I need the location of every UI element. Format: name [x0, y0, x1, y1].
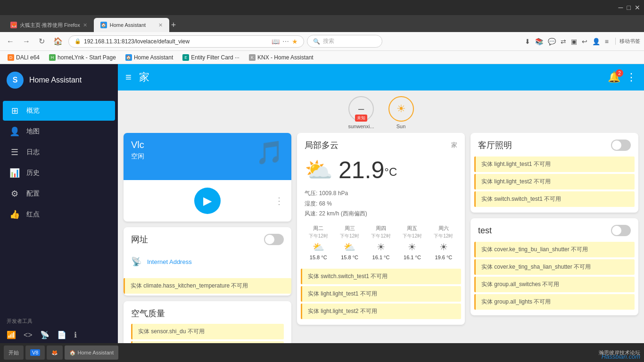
- sidebar-item-history[interactable]: 📊 历史: [3, 163, 115, 183]
- sidebar-item-overview[interactable]: ⊞ 概览: [3, 101, 115, 121]
- sidebar-history-label: 历史: [26, 169, 40, 177]
- forecast-day-3: 周五 下午12时 ☀ 16.1 °C: [398, 225, 426, 260]
- ha-topbar: ≡ 家 🔔 2 ⋮: [118, 64, 644, 90]
- address-bar[interactable]: 🔒 192.168.11.31:8123/lovelace/default_vi…: [68, 35, 304, 48]
- ha-content-scroll: Vlc 空闲 🎵 ▶ ⋮: [118, 133, 644, 343]
- vlc-controls: ▶ ⋮: [124, 180, 291, 222]
- devtool-code[interactable]: <>: [24, 331, 33, 339]
- menu-icon[interactable]: ≡: [605, 38, 609, 45]
- bookmark-dali[interactable]: D DALI e64: [4, 53, 43, 62]
- star-icon[interactable]: ★: [292, 38, 298, 45]
- lr-warning-2: 实体 switch.switch_test1 不可用: [474, 191, 635, 207]
- weather-card-body: 局部多云 家 ⛅ 21.9°C 气压:: [297, 133, 465, 267]
- weather-main-icon: ⛅: [305, 157, 333, 183]
- weather-main: ⛅ 21.9°C: [305, 156, 457, 184]
- forecast-4-day: 周六: [430, 225, 457, 232]
- sidebar-title: Home Assistant: [29, 76, 82, 84]
- forecast-0-time: 下午12时: [305, 233, 332, 239]
- bookmark-homelynk[interactable]: H homeLYnk - Start Page: [45, 53, 120, 62]
- win-close[interactable]: ✕: [635, 4, 640, 11]
- forward-button[interactable]: →: [20, 35, 33, 48]
- win-minimize[interactable]: ─: [619, 4, 623, 11]
- download-icon[interactable]: ⬇: [525, 38, 530, 45]
- ha-main-area: ≡ 家 🔔 2 ⋮ – 未知 sunwenxi... ☀: [118, 64, 644, 343]
- notification-button[interactable]: 🔔 2: [608, 71, 620, 83]
- bookmark-ha-favicon: 🏠: [125, 54, 132, 61]
- topbar-more-button[interactable]: ⋮: [626, 71, 636, 83]
- internet-address-link[interactable]: Internet Address: [147, 258, 192, 265]
- bookmark-ha[interactable]: 🏠 Home Assistant: [122, 53, 177, 62]
- tab-firefox[interactable]: 🦊 火狐主页·推荐使用 Firefox ✕: [4, 18, 94, 32]
- bookmark-star[interactable]: ⋯: [282, 38, 289, 45]
- win-maximize[interactable]: □: [627, 4, 631, 11]
- sidebar-item-config[interactable]: ⚙ 配置: [3, 184, 115, 204]
- sidebar-item-log[interactable]: ☰ 日志: [3, 142, 115, 162]
- tab-add-button[interactable]: +: [171, 20, 176, 30]
- tab-firefox-label: 火狐主页·推荐使用 Firefox: [20, 22, 80, 29]
- taskbar-firefox[interactable]: 🦊: [47, 346, 63, 360]
- search-bar[interactable]: 🔍 搜索: [307, 35, 382, 48]
- log-icon: ☰: [9, 147, 20, 157]
- taskbar-ha[interactable]: 🏠 Home Assistant: [65, 346, 118, 360]
- vlc-more-container: ⋮: [221, 195, 284, 206]
- tab-firefox-close[interactable]: ✕: [83, 22, 87, 28]
- forecast-day-1: 周三 下午12时 ⛅ 15.8 °C: [336, 225, 363, 260]
- devtool-signal[interactable]: 📡: [40, 330, 50, 339]
- vlc-more-button[interactable]: ⋮: [274, 195, 284, 206]
- weather-temp-container: 21.9°C: [339, 156, 397, 184]
- forecast-4-icon: ☀: [430, 241, 457, 253]
- test-warning-0: 实体 cover.ke_ting_bu_lian_shutter 不可用: [474, 242, 635, 257]
- weather-wind: 风速: 22 km/h (西南偏西): [305, 209, 457, 219]
- living-room-toggle[interactable]: [611, 140, 631, 151]
- sunwenxi-circle: – 未知: [348, 96, 374, 122]
- devtool-wifi[interactable]: 📶: [7, 330, 16, 339]
- sidebar-dev-label: 开发者工具: [0, 314, 118, 327]
- sidebar-item-map[interactable]: 👤 地图: [3, 122, 115, 141]
- sun-icon: ☀: [396, 103, 406, 115]
- vlc-status: 空闲: [131, 152, 144, 161]
- network-toggle[interactable]: [264, 234, 284, 245]
- topbar-right: 🔔 2 ⋮: [608, 71, 636, 83]
- tab-ha-close[interactable]: ✕: [158, 22, 163, 28]
- back-button[interactable]: ←: [4, 35, 17, 48]
- profile-icon[interactable]: 👤: [592, 38, 600, 45]
- test-toggle[interactable]: [611, 225, 631, 236]
- vlc-media-left: Vlc 空闲: [131, 140, 144, 161]
- mobile-bookmarks[interactable]: 移动书签: [615, 38, 640, 45]
- reader-view-icon[interactable]: ▣: [571, 38, 577, 45]
- devtool-file[interactable]: 📄: [57, 330, 66, 339]
- topbar-menu-icon[interactable]: ≡: [125, 71, 132, 83]
- sidebar-header: S Home Assistant: [0, 64, 118, 96]
- sync-icon[interactable]: ⇄: [561, 38, 566, 45]
- taskbar-start[interactable]: 开始: [4, 346, 24, 360]
- address-text: 192.168.11.31:8123/lovelace/default_view: [84, 38, 190, 45]
- bookmark-knx-favicon: K: [249, 54, 256, 61]
- vlc-play-button[interactable]: ▶: [194, 188, 221, 214]
- sidebar-nav: ⊞ 概览 👤 地图 ☰ 日志 📊 历史 ⚙ 配置 👍 红点: [0, 96, 118, 314]
- reader-icon[interactable]: 📖: [272, 38, 280, 45]
- tab-ha[interactable]: 🏠 Home Assistant ✕: [94, 18, 169, 32]
- forecast-3-time: 下午12时: [398, 233, 426, 239]
- sidebar-item-redpoint[interactable]: 👍 红点: [3, 205, 115, 224]
- bookmark-knx[interactable]: K KNX - Home Assistant: [245, 53, 317, 62]
- back-icon[interactable]: ↩: [582, 38, 587, 45]
- air-quality-title: 空气质量: [131, 308, 284, 319]
- forecast-0-icon: ⛅: [305, 241, 332, 253]
- forecast-0-day: 周二: [305, 225, 332, 232]
- search-icon: 🔍: [313, 38, 320, 45]
- chat-icon[interactable]: 💬: [548, 38, 556, 45]
- watermark-suffix: .com: [627, 353, 640, 360]
- reload-button[interactable]: ↻: [36, 35, 48, 48]
- sun-circle: ☀: [388, 96, 414, 122]
- weather-warning-1: 实体 light.light_test1 不可用: [301, 286, 461, 302]
- devtool-info[interactable]: ℹ: [74, 330, 77, 339]
- firefox-favicon: 🦊: [10, 22, 17, 28]
- bookmark-entity[interactable]: E Entity Filter Card ···: [179, 53, 243, 62]
- taskbar-v8[interactable]: V8: [25, 346, 45, 360]
- weather-icon-sun[interactable]: ☀ Sun: [388, 96, 414, 129]
- weather-temperature: 21.9: [339, 157, 384, 183]
- weather-icon-sunwenxi[interactable]: – 未知 sunwenxi...: [348, 96, 374, 129]
- home-button[interactable]: 🏠: [50, 35, 66, 48]
- library-icon[interactable]: 📚: [535, 38, 543, 45]
- browser-toolbar-right: ⬇ 📚 💬 ⇄ ▣ ↩ 👤 ≡ 移动书签: [525, 38, 640, 45]
